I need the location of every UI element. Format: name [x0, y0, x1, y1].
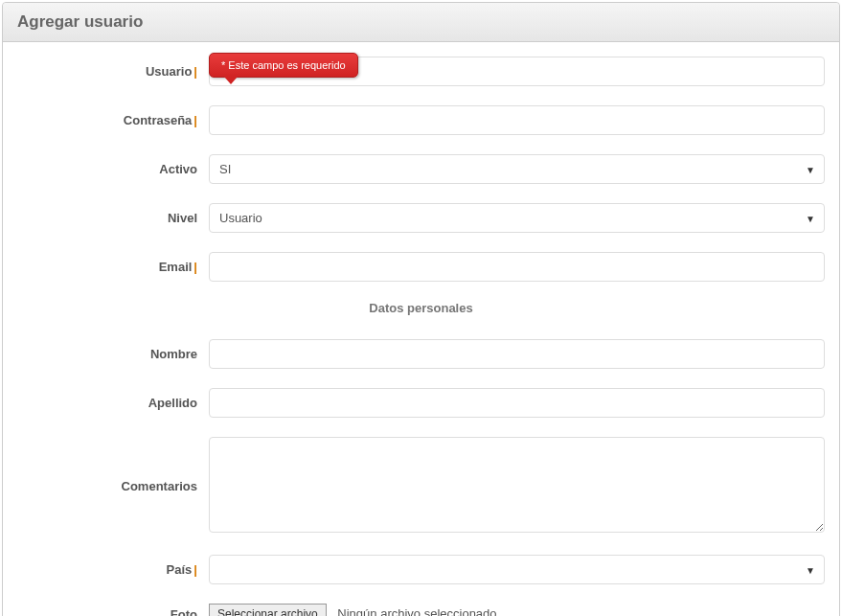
- row-apellido: Apellido: [17, 388, 825, 418]
- contrasena-input[interactable]: [209, 105, 825, 135]
- label-nombre: Nombre: [17, 347, 209, 361]
- label-foto: Foto: [17, 607, 209, 617]
- label-activo: Activo: [17, 162, 209, 176]
- row-contrasena: Contraseña|: [17, 105, 825, 135]
- apellido-input[interactable]: [209, 388, 825, 418]
- row-comentarios: Comentarios: [17, 437, 825, 536]
- file-select-button[interactable]: Seleccionar archivo: [209, 604, 327, 616]
- required-mark-icon: |: [193, 260, 197, 274]
- row-foto: Foto Seleccionar archivo Ningún archivo …: [17, 604, 825, 616]
- label-nivel: Nivel: [17, 211, 209, 225]
- required-mark-icon: |: [193, 113, 197, 127]
- row-pais: País| ▼: [17, 555, 825, 584]
- label-pais: País|: [17, 562, 209, 577]
- pais-select[interactable]: [209, 555, 825, 584]
- form-body: Usuario| * Este campo es requerido Contr…: [3, 42, 839, 616]
- email-input[interactable]: [209, 252, 825, 282]
- label-apellido: Apellido: [17, 396, 209, 410]
- section-title-personal: Datos personales: [17, 301, 825, 315]
- required-mark-icon: |: [193, 64, 197, 79]
- nivel-select[interactable]: Usuario: [209, 203, 825, 233]
- row-nivel: Nivel Usuario ▼: [17, 203, 825, 233]
- error-tooltip-usuario: * Este campo es requerido: [209, 53, 358, 78]
- required-mark-icon: |: [193, 562, 197, 577]
- label-contrasena: Contraseña|: [17, 113, 209, 127]
- add-user-panel: Agregar usuario Usuario| * Este campo es…: [2, 2, 840, 616]
- row-nombre: Nombre: [17, 339, 825, 369]
- label-email: Email|: [17, 260, 209, 274]
- nombre-input[interactable]: [209, 339, 825, 369]
- comentarios-textarea[interactable]: [209, 437, 825, 533]
- panel-header: Agregar usuario: [3, 3, 839, 42]
- label-usuario: Usuario|: [17, 64, 209, 79]
- file-status-text: Ningún archivo seleccionado: [337, 606, 496, 616]
- row-email: Email|: [17, 252, 825, 282]
- page-title: Agregar usuario: [17, 12, 825, 32]
- row-usuario: Usuario| * Este campo es requerido: [17, 57, 825, 86]
- activo-select[interactable]: SI: [209, 154, 825, 184]
- label-comentarios: Comentarios: [17, 479, 209, 493]
- row-activo: Activo SI ▼: [17, 154, 825, 184]
